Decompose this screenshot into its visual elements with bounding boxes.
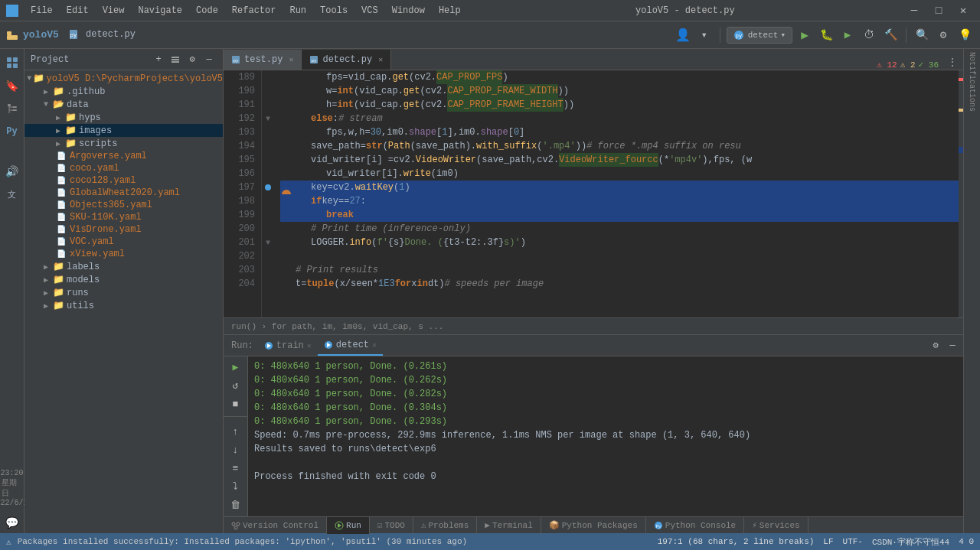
detect-run-tab-close[interactable]: ✕ [372,340,377,350]
fold-192[interactable]: ▼ [262,112,274,125]
menu-help[interactable]: Help [433,4,467,18]
bottom-tab-version-control[interactable]: Version Control [224,517,327,534]
collapse-all-button[interactable] [168,52,183,67]
tab-test[interactable]: py test.py ✕ [224,50,302,70]
run-collapse-button[interactable]: — [945,338,960,353]
run-settings-button[interactable]: ⚙ [928,338,943,353]
root-arrow[interactable]: ▼ [26,74,32,83]
chevron-button[interactable]: ▾ [695,26,714,44]
structure-icon[interactable] [2,98,23,119]
menu-refactor[interactable]: Refactor [226,4,283,18]
tab-detect[interactable]: py detect.py ✕ [302,50,391,70]
models-arrow[interactable]: ▶ [40,275,52,285]
tree-globalwheat[interactable]: 📄 GlobalWheat2020.yaml [24,187,223,199]
menu-navigate[interactable]: Navigate [132,4,188,18]
bottom-tab-run[interactable]: Run [327,517,370,534]
scripts-arrow[interactable]: ▶ [52,139,64,148]
error-count[interactable]: ⚠ 12 [877,60,897,70]
tree-labels[interactable]: ▶ 📁 labels [24,260,223,273]
tree-utils[interactable]: ▶ 📁 utils [24,299,223,312]
code-content[interactable]: fps = vid_cap.get(cv2.CAP_PROP_FPS) w = … [274,70,959,317]
tree-visdrone[interactable]: 📄 VisDrone.yaml [24,223,223,236]
status-position[interactable]: 197:1 (68 chars, 2 line breaks) [658,537,815,546]
new-ui-button[interactable]: 💡 [956,26,974,44]
tree-voc[interactable]: 📄 VOC.yaml [24,236,223,248]
tree-images[interactable]: ▶ 📁 images [24,124,223,137]
debug-button[interactable]: 🐛 [817,26,835,44]
warning-count[interactable]: ⚠ 2 [900,60,916,70]
close-button[interactable]: ✕ [952,0,974,21]
test-tab-close[interactable]: ✕ [289,55,293,64]
translate-icon[interactable]: 文 [2,184,23,205]
run-stop-button[interactable]: ■ [227,396,245,412]
menu-tools[interactable]: Tools [314,4,354,18]
bottom-tab-terminal[interactable]: ▶ Terminal [477,517,541,534]
menu-code[interactable]: Code [190,4,224,18]
terminal-output[interactable]: 0: 480x640 1 person, Done. (0.261s) 0: 4… [248,356,963,516]
images-arrow[interactable]: ▶ [52,126,64,135]
tree-data[interactable]: ▼ 📂 data [24,98,223,111]
bottom-tab-problems[interactable]: ⚠ Problems [413,517,477,534]
minimize-button[interactable]: ─ [903,0,925,21]
hyps-arrow[interactable]: ▶ [52,113,64,122]
run-wrap-button[interactable]: ⤵ [227,479,245,495]
runs-arrow[interactable]: ▶ [40,288,52,298]
detect-tab-close[interactable]: ✕ [378,55,383,64]
tree-github[interactable]: ▶ 📁 .github [24,85,223,98]
run-rerun-button[interactable]: ↺ [227,378,245,394]
tree-xview[interactable]: 📄 xView.yaml [24,248,223,260]
project-icon[interactable] [2,52,23,73]
build-button[interactable]: 🔨 [881,26,900,44]
tree-runs[interactable]: ▶ 📁 runs [24,286,223,299]
project-name[interactable]: yoloV5 [6,29,59,41]
run-filter-button[interactable]: ≡ [227,461,245,477]
run-config-dropdown[interactable]: py detect ▾ [727,27,792,44]
search-everywhere-button[interactable]: 🔍 [913,26,931,44]
data-arrow[interactable]: ▼ [40,100,52,109]
tree-objects365[interactable]: 📄 Objects365.yaml [24,199,223,211]
status-message[interactable]: Packages installed successfully: Install… [18,537,468,546]
run-scroll-top-button[interactable]: ↑ [227,424,245,440]
hide-panel-button[interactable]: — [201,52,217,67]
bottom-tab-services[interactable]: ⚡ Services [744,517,808,534]
status-git[interactable]: CSDN·宇称不守恒44 [872,536,949,548]
chat-icon[interactable]: 💬 [2,512,23,533]
status-zoom[interactable]: 4 0 [959,537,974,546]
tree-hyps[interactable]: ▶ 📁 hyps [24,111,223,124]
python-icon[interactable]: Py [2,121,23,142]
new-element-button[interactable]: + [151,52,166,67]
menu-vcs[interactable]: VCS [355,4,384,18]
tab-train[interactable]: train ✕ [258,336,318,356]
tree-argoverse[interactable]: 📄 Argoverse.yaml [24,150,223,162]
bottom-tab-todo[interactable]: ☑ TODO [370,517,413,534]
bottom-tab-python-packages[interactable]: 📦 Python Packages [541,517,646,534]
audio-icon[interactable]: 🔊 [2,161,23,182]
train-tab-close[interactable]: ✕ [307,341,312,350]
menu-view[interactable]: View [96,4,131,18]
maximize-button[interactable]: □ [928,0,949,21]
tab-options-button[interactable]: ⋮ [945,54,960,70]
status-encoding[interactable]: LF [823,537,833,546]
bottom-tab-python-console[interactable]: Py Python Console [646,517,744,534]
run-clear-button[interactable]: 🗑 [227,497,245,513]
menu-window[interactable]: Window [386,4,431,18]
menu-edit[interactable]: Edit [60,4,95,18]
tree-sku110k[interactable]: 📄 SKU-110K.yaml [24,211,223,223]
profile-button[interactable]: ⏱ [860,26,878,44]
run-scroll-bottom-button[interactable]: ↓ [227,442,245,458]
menu-run[interactable]: Run [283,4,312,18]
tree-models[interactable]: ▶ 📁 models [24,273,223,286]
run-play-button[interactable]: ▶ [227,360,245,376]
ok-count[interactable]: ✓ 36 [919,60,939,70]
utils-arrow[interactable]: ▶ [40,301,52,311]
settings-button[interactable]: ⚙ [934,26,952,44]
github-arrow[interactable]: ▶ [40,87,52,96]
tree-root[interactable]: ▼ 📁 yoloV5 D:\PycharmProjects\yoloV5 [24,72,223,85]
status-charset[interactable]: UTF- [843,537,863,546]
tab-detect-run[interactable]: detect ✕ [318,336,383,356]
fold-201[interactable]: ▼ [262,236,274,249]
user-icon-button[interactable]: 👤 [674,26,692,44]
run-button[interactable]: ▶ [795,26,814,44]
tree-scripts[interactable]: ▶ 📁 scripts [24,137,223,150]
labels-arrow[interactable]: ▶ [40,262,52,272]
